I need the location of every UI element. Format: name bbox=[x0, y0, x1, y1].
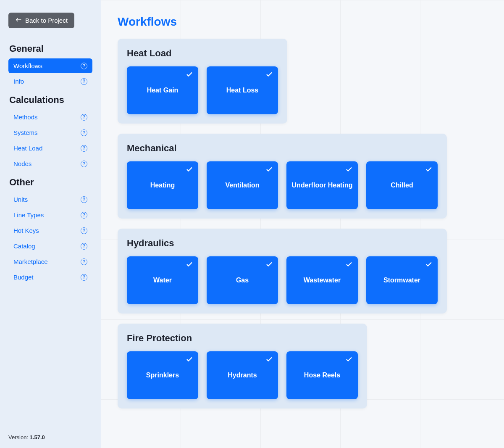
help-icon[interactable]: ? bbox=[81, 227, 87, 234]
help-icon[interactable]: ? bbox=[81, 196, 87, 203]
workflow-card-label: Stormwater bbox=[383, 276, 420, 285]
sidebar-item-units[interactable]: Units ? bbox=[8, 192, 92, 207]
workflow-card-sprinklers[interactable]: Sprinklers bbox=[127, 351, 198, 399]
checkmark-icon bbox=[345, 166, 353, 173]
nav-group-title-general: General bbox=[8, 43, 92, 54]
help-icon[interactable]: ? bbox=[81, 145, 87, 152]
nav-group-title-calculations: Calculations bbox=[8, 95, 92, 105]
workflow-card-chilled[interactable]: Chilled bbox=[366, 161, 438, 209]
workflow-card-hydrants[interactable]: Hydrants bbox=[207, 351, 278, 399]
checkmark-icon bbox=[265, 71, 273, 78]
workflow-card-water[interactable]: Water bbox=[127, 256, 198, 304]
workflow-card-label: Gas bbox=[236, 276, 249, 285]
workflow-cards: Heating Ventilation Underfloor Heating C… bbox=[127, 161, 438, 209]
version-prefix: Version: bbox=[8, 434, 28, 440]
back-to-project-button[interactable]: Back to Project bbox=[8, 13, 74, 28]
workflow-card-label: Wastewater bbox=[304, 276, 341, 285]
help-icon[interactable]: ? bbox=[81, 63, 87, 69]
sidebar-item-nodes[interactable]: Nodes ? bbox=[8, 156, 92, 171]
version-number: 1.57.0 bbox=[30, 434, 45, 440]
checkmark-icon bbox=[186, 356, 193, 363]
sidebar-item-label: Hot Keys bbox=[13, 227, 39, 234]
sidebar-item-workflows[interactable]: Workflows ? bbox=[8, 58, 92, 73]
workflow-group-title: Mechanical bbox=[127, 143, 438, 154]
checkmark-icon bbox=[186, 71, 193, 78]
workflow-card-label: Heat Loss bbox=[226, 86, 258, 95]
sidebar-item-label: Heat Load bbox=[13, 145, 42, 152]
workflow-cards: Sprinklers Hydrants Hose Reels bbox=[127, 351, 358, 399]
workflow-card-label: Ventilation bbox=[226, 181, 260, 190]
checkmark-icon bbox=[425, 261, 433, 268]
workflow-card-heating[interactable]: Heating bbox=[127, 161, 198, 209]
sidebar-item-catalog[interactable]: Catalog ? bbox=[8, 239, 92, 253]
workflow-card-label: Chilled bbox=[391, 181, 413, 190]
workflow-card-label: Heating bbox=[150, 181, 175, 190]
sidebar-item-systems[interactable]: Systems ? bbox=[8, 125, 92, 140]
page-title: Workflows bbox=[118, 15, 487, 29]
workflow-group-title: Fire Protection bbox=[127, 333, 358, 344]
sidebar-item-marketplace[interactable]: Marketplace ? bbox=[8, 254, 92, 269]
checkmark-icon bbox=[265, 261, 273, 268]
workflow-group-fire-protection: Fire Protection Sprinklers Hydrants Hose… bbox=[118, 324, 367, 408]
back-button-label: Back to Project bbox=[25, 17, 68, 24]
help-icon[interactable]: ? bbox=[81, 274, 87, 281]
checkmark-icon bbox=[265, 356, 273, 363]
sidebar: Back to Project General Workflows ? Info… bbox=[0, 0, 101, 448]
workflow-card-ventilation[interactable]: Ventilation bbox=[207, 161, 278, 209]
checkmark-icon bbox=[425, 166, 433, 173]
checkmark-icon bbox=[186, 166, 193, 173]
help-icon[interactable]: ? bbox=[81, 258, 87, 265]
help-icon[interactable]: ? bbox=[81, 78, 87, 85]
workflow-group-heat-load: Heat Load Heat Gain Heat Loss bbox=[118, 39, 287, 124]
workflow-card-stormwater[interactable]: Stormwater bbox=[366, 256, 438, 304]
sidebar-item-label: Info bbox=[13, 78, 24, 85]
workflow-card-heat-loss[interactable]: Heat Loss bbox=[207, 66, 278, 114]
sidebar-item-label: Systems bbox=[13, 129, 38, 136]
workflow-group-title: Heat Load bbox=[127, 48, 278, 59]
sidebar-item-label: Marketplace bbox=[13, 258, 48, 265]
workflow-cards: Heat Gain Heat Loss bbox=[127, 66, 278, 114]
sidebar-item-label: Catalog bbox=[13, 242, 35, 250]
help-icon[interactable]: ? bbox=[81, 243, 87, 250]
sidebar-item-line-types[interactable]: Line Types ? bbox=[8, 208, 92, 222]
workflow-card-hose-reels[interactable]: Hose Reels bbox=[286, 351, 358, 399]
sidebar-item-label: Nodes bbox=[13, 160, 32, 167]
sidebar-item-label: Budget bbox=[13, 274, 34, 281]
workflow-card-label: Hydrants bbox=[228, 371, 257, 380]
checkmark-icon bbox=[345, 261, 353, 268]
help-icon[interactable]: ? bbox=[81, 114, 87, 121]
sidebar-item-heat-load[interactable]: Heat Load ? bbox=[8, 141, 92, 155]
workflow-card-label: Sprinklers bbox=[146, 371, 179, 380]
help-icon[interactable]: ? bbox=[81, 161, 87, 167]
sidebar-item-label: Methods bbox=[13, 113, 38, 121]
workflow-card-label: Heat Gain bbox=[147, 86, 178, 95]
workflow-card-label: Underfloor Heating bbox=[292, 181, 353, 190]
workflow-group-mechanical: Mechanical Heating Ventilation Underfloo… bbox=[118, 134, 447, 219]
workflow-card-underfloor-heating[interactable]: Underfloor Heating bbox=[286, 161, 358, 209]
workflow-card-label: Water bbox=[153, 276, 172, 285]
help-icon[interactable]: ? bbox=[81, 212, 87, 219]
main-content: Workflows Heat Load Heat Gain Heat Loss … bbox=[101, 0, 504, 448]
sidebar-item-info[interactable]: Info ? bbox=[8, 74, 92, 89]
sidebar-item-hot-keys[interactable]: Hot Keys ? bbox=[8, 223, 92, 238]
checkmark-icon bbox=[345, 356, 353, 363]
nav-group-title-other: Other bbox=[8, 177, 92, 188]
sidebar-item-label: Workflows bbox=[13, 62, 42, 69]
workflow-card-label: Hose Reels bbox=[304, 371, 340, 380]
workflow-group-hydraulics: Hydraulics Water Gas Wastewater Stormwat… bbox=[118, 229, 447, 314]
workflow-card-gas[interactable]: Gas bbox=[207, 256, 278, 304]
checkmark-icon bbox=[186, 261, 193, 268]
sidebar-item-label: Units bbox=[13, 196, 28, 203]
workflow-group-title: Hydraulics bbox=[127, 238, 438, 249]
version-label: Version: 1.57.0 bbox=[8, 434, 45, 440]
workflow-card-heat-gain[interactable]: Heat Gain bbox=[127, 66, 198, 114]
help-icon[interactable]: ? bbox=[81, 129, 87, 136]
sidebar-item-label: Line Types bbox=[13, 211, 44, 219]
arrow-left-icon bbox=[15, 17, 22, 24]
sidebar-item-budget[interactable]: Budget ? bbox=[8, 270, 92, 285]
sidebar-item-methods[interactable]: Methods ? bbox=[8, 110, 92, 124]
checkmark-icon bbox=[265, 166, 273, 173]
workflow-cards: Water Gas Wastewater Stormwater bbox=[127, 256, 438, 304]
workflow-card-wastewater[interactable]: Wastewater bbox=[286, 256, 358, 304]
